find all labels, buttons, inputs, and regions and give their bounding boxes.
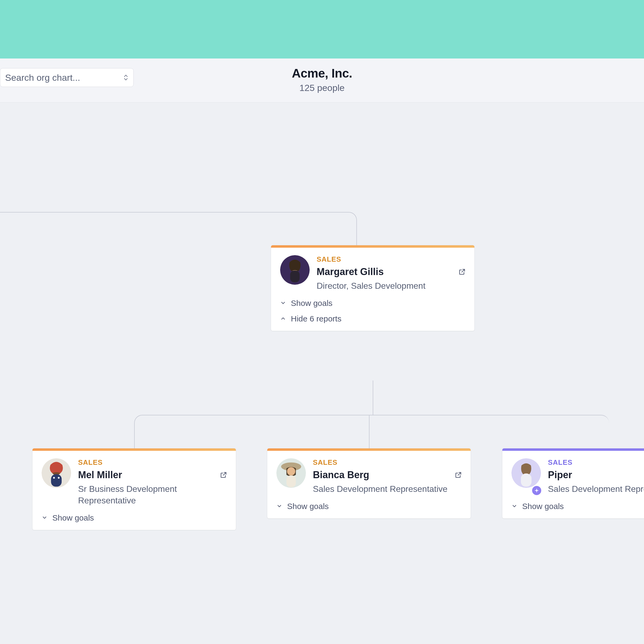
svg-rect-15 xyxy=(286,475,296,487)
show-goals-label: Show goals xyxy=(287,502,329,511)
dept-label: SALES xyxy=(78,458,227,467)
card-accent-bar xyxy=(267,448,471,451)
connector-line xyxy=(373,380,373,415)
open-profile-icon[interactable] xyxy=(458,268,466,277)
person-name: Piper xyxy=(548,469,644,481)
card-accent-bar xyxy=(32,448,236,451)
reports-toggle-label: Hide 6 reports xyxy=(291,314,341,323)
open-profile-icon[interactable] xyxy=(455,471,462,480)
connector-line xyxy=(369,415,369,449)
person-name: Mel Miller xyxy=(78,469,227,481)
dept-label: SALES xyxy=(317,255,465,264)
person-title: Director, Sales Development xyxy=(317,280,465,292)
chevron-up-icon xyxy=(280,314,286,323)
svg-point-8 xyxy=(53,477,55,479)
show-goals-toggle[interactable]: Show goals xyxy=(42,513,227,522)
org-chart-canvas[interactable]: SALES Margaret Gillis Director, Sales De… xyxy=(0,103,644,618)
svg-rect-19 xyxy=(521,474,532,486)
person-title: Sales Development Representative xyxy=(548,483,644,495)
chevron-down-icon xyxy=(280,299,286,308)
hide-reports-toggle[interactable]: Hide 6 reports xyxy=(280,314,465,323)
dept-label: SALES xyxy=(548,458,644,467)
svg-rect-3 xyxy=(290,270,299,282)
chevron-down-icon xyxy=(42,513,47,522)
avatar xyxy=(42,458,71,506)
avatar xyxy=(511,458,541,495)
search-org-select[interactable]: Search org chart... xyxy=(0,68,134,87)
person-card-report[interactable]: SALES Mel Miller Sr Business Development… xyxy=(32,448,236,530)
avatar xyxy=(280,255,310,292)
show-goals-toggle[interactable]: Show goals xyxy=(280,299,465,308)
show-goals-toggle[interactable]: Show goals xyxy=(276,502,462,511)
sparkle-badge-icon xyxy=(531,485,542,496)
person-name: Bianca Berg xyxy=(313,469,462,481)
show-goals-label: Show goals xyxy=(522,502,564,511)
person-card-report[interactable]: SALES Piper Sales Development Representa… xyxy=(502,448,644,518)
show-goals-toggle[interactable]: Show goals xyxy=(511,502,644,511)
open-profile-icon[interactable] xyxy=(220,471,227,480)
person-title: Sr Business Development Representative xyxy=(78,483,227,506)
show-goals-label: Show goals xyxy=(291,299,332,308)
person-name: Margaret Gillis xyxy=(317,266,465,277)
avatar xyxy=(276,458,306,495)
dept-label: SALES xyxy=(313,458,462,467)
person-card-manager[interactable]: SALES Margaret Gillis Director, Sales De… xyxy=(271,245,474,331)
connector-line xyxy=(0,212,357,246)
chevron-down-icon xyxy=(511,502,517,511)
connector-line xyxy=(134,415,609,449)
show-goals-label: Show goals xyxy=(52,513,94,522)
select-caret-icon xyxy=(124,75,128,81)
svg-point-14 xyxy=(287,467,295,475)
svg-rect-7 xyxy=(51,474,62,486)
person-card-report[interactable]: SALES Bianca Berg Sales Development Repr… xyxy=(267,448,471,518)
top-banner xyxy=(0,0,644,58)
header: Search org chart... Acme, Inc. 125 peopl… xyxy=(0,58,644,103)
card-accent-bar xyxy=(502,448,644,451)
search-placeholder: Search org chart... xyxy=(5,72,80,83)
person-title: Sales Development Representative xyxy=(313,483,462,495)
card-accent-bar xyxy=(271,245,474,248)
chevron-down-icon xyxy=(276,502,282,511)
svg-point-9 xyxy=(58,477,60,479)
